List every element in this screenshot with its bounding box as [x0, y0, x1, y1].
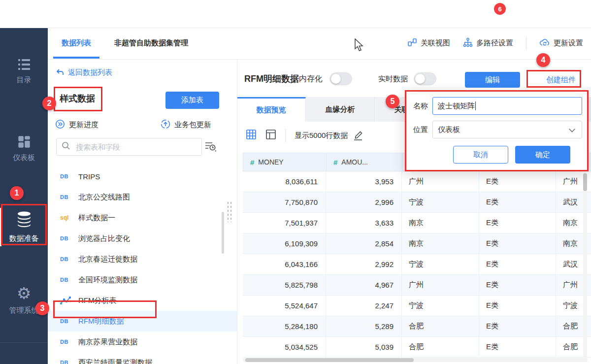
- cell-category: E类: [479, 337, 556, 357]
- table-horizontal-scrollbar-thumb[interactable]: [245, 358, 414, 362]
- cell-money: 8,036,611: [243, 171, 326, 192]
- cell-city: 合肥: [402, 316, 479, 336]
- list-item-nanjing-suguo[interactable]: DB 南京苏果营业数据: [48, 331, 237, 352]
- sidebar-item-label: 数据准备: [0, 234, 48, 243]
- gear-icon: ⚙: [0, 285, 48, 301]
- edit-button[interactable]: 编辑: [465, 72, 520, 88]
- sort-by-time-icon[interactable]: [204, 140, 217, 154]
- db-table-icon: DB: [60, 339, 72, 345]
- table-vertical-scrollbar-thumb[interactable]: [583, 173, 587, 191]
- table-row: 5,034,525 5,039 合肥 E类 合肥: [243, 337, 591, 358]
- table-vertical-scrollbar-track[interactable]: [583, 172, 587, 358]
- table-list: DB TRIPS DB 北京公交线路图 sql 样式数据一 DB 浏览器占比变化…: [48, 166, 237, 364]
- panel-scrollbar[interactable]: [222, 212, 224, 254]
- update-settings-button[interactable]: 更新设置: [539, 37, 583, 49]
- cell-amount: 5,039: [326, 337, 402, 357]
- list-item-rfm-analysis[interactable]: RFM分析表: [48, 290, 237, 311]
- multi-path-icon: [463, 37, 473, 49]
- add-table-button[interactable]: 添加表: [165, 92, 219, 109]
- tab-data-preview[interactable]: 数据预览: [237, 97, 306, 122]
- data-list-panel: 返回数据列表 样式数据 添加表 更新进度 业务包更新: [48, 59, 237, 364]
- cell-amount: 2,992: [326, 254, 402, 274]
- panel-resize-handle[interactable]: [226, 200, 232, 222]
- list-item-xian-rainfall[interactable]: DB 西安兰特雨量监测数据: [48, 352, 237, 364]
- catalog-icon: [0, 58, 48, 71]
- cell-money: 5,284,180: [243, 316, 326, 336]
- edit-rows-limit-icon[interactable]: [353, 129, 363, 142]
- tab-non-admin-dataset[interactable]: 非超管自助数据集管理: [111, 28, 192, 59]
- package-update-link[interactable]: 业务包更新: [161, 119, 211, 131]
- search-input[interactable]: [75, 142, 180, 152]
- tab-data-list[interactable]: 数据列表: [53, 28, 99, 59]
- search-box: [56, 138, 202, 156]
- table-row: 6,043,166 2,992 宁波 E类 武汉: [243, 254, 591, 275]
- position-select[interactable]: 仪表板: [432, 121, 582, 138]
- cell-category: E类: [479, 316, 556, 336]
- list-item-beijing-bus[interactable]: DB 北京公交线路图: [48, 187, 237, 207]
- db-table-icon: DB: [60, 277, 72, 283]
- list-item-style-data-1[interactable]: sql 样式数据一: [48, 207, 237, 228]
- list-item-trips[interactable]: DB TRIPS: [48, 166, 237, 187]
- realtime-toggle[interactable]: [414, 72, 436, 85]
- cell-amount: 5,289: [326, 316, 402, 336]
- annotation-badge-2: 2: [42, 97, 56, 110]
- link-view-icon: [407, 37, 417, 49]
- sidebar-divider: [0, 342, 48, 343]
- position-label: 位置: [413, 125, 428, 134]
- cell-category: E类: [479, 275, 556, 295]
- rows-limit-label: 显示5000行数据: [295, 131, 348, 140]
- table-row: 5,284,180 5,289 合肥 E类 合肥: [243, 316, 591, 337]
- cell-money: 5,034,525: [243, 337, 326, 357]
- cell-money: 6,043,166: [243, 254, 326, 274]
- sidebar-item-catalog[interactable]: 目录: [0, 58, 48, 85]
- cell-amount: 3,633: [326, 213, 402, 233]
- analysis-chart-icon: [60, 296, 72, 305]
- tab-lineage-analysis[interactable]: 血缘分析: [306, 97, 375, 122]
- cell-city: 宁波: [402, 296, 479, 316]
- cell-category: E类: [479, 296, 556, 316]
- create-component-button[interactable]: 创建组件: [533, 72, 589, 88]
- grid-view-icon[interactable]: [246, 129, 257, 142]
- update-progress-link[interactable]: 更新进度: [55, 119, 98, 131]
- annotation-badge-5: 5: [386, 95, 399, 108]
- db-table-icon: DB: [60, 360, 72, 364]
- cancel-button[interactable]: 取消: [453, 146, 508, 164]
- cell-money: 6,109,309: [243, 233, 326, 254]
- cell-amount: 2,247: [326, 296, 402, 316]
- column-view-icon[interactable]: [265, 129, 276, 142]
- cell-money: 5,524,647: [243, 296, 326, 316]
- cell-category: E类: [479, 213, 556, 233]
- db-table-icon: DB: [60, 318, 72, 324]
- cell-category: E类: [479, 233, 556, 254]
- sidebar-item-label: 目录: [0, 75, 48, 85]
- back-to-data-list-link[interactable]: 返回数据列表: [55, 68, 112, 77]
- package-title: 样式数据: [60, 93, 95, 104]
- list-item-browser-share[interactable]: DB 浏览器占比变化: [48, 228, 237, 249]
- db-table-icon: DB: [60, 235, 72, 241]
- component-name-input[interactable]: 波士顿矩阵: [432, 97, 582, 115]
- sidebar-item-data-preparation[interactable]: 数据准备: [0, 210, 48, 243]
- list-item-spring-migration[interactable]: DB 北京春运迁徙数据: [48, 249, 237, 269]
- cell-city: 南京: [402, 233, 479, 254]
- cell-amount: 2,854: [326, 233, 402, 254]
- multi-path-settings-button[interactable]: 多路径设置: [463, 37, 513, 49]
- db-table-icon: DB: [60, 173, 72, 179]
- search-icon: [62, 141, 70, 152]
- sidebar-item-label: 仪表板: [0, 153, 48, 163]
- table-row: 8,036,611 3,953 广州 E类 广州: [243, 171, 591, 192]
- memory-cache-toggle[interactable]: [329, 72, 352, 85]
- header-amount[interactable]: # AMOU...: [327, 153, 402, 171]
- link-view-button[interactable]: 关联视图: [407, 37, 450, 49]
- name-label: 名称: [413, 101, 428, 111]
- dashboard-icon: [0, 135, 48, 149]
- cell-money: 5,825,798: [243, 275, 326, 295]
- confirm-button[interactable]: 确定: [515, 146, 570, 164]
- list-item-env-monitoring[interactable]: DB 全国环境监测数据: [48, 269, 237, 290]
- list-item-rfm-detail[interactable]: DB RFM明细数据: [48, 311, 237, 331]
- cloud-sync-icon: [539, 37, 550, 49]
- header-money[interactable]: # MONEY: [243, 153, 327, 171]
- back-arrow-icon: [55, 68, 64, 77]
- sidebar-item-dashboard[interactable]: 仪表板: [0, 135, 48, 163]
- toolbar-divider: [526, 37, 526, 50]
- annotation-badge-4: 4: [536, 53, 550, 67]
